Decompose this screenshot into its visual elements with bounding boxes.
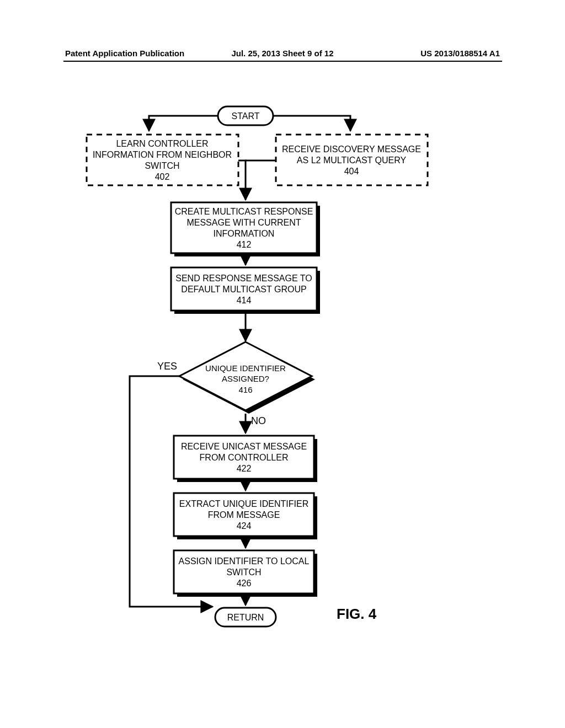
n402-l1: LEARN CONTROLLER xyxy=(116,139,208,148)
n426-l1: ASSIGN IDENTIFIER TO LOCAL xyxy=(179,556,310,566)
n422-l1: RECEIVE UNICAST MESSAGE xyxy=(181,442,307,451)
n412-l3: INFORMATION xyxy=(214,229,275,238)
n404-l2: AS L2 MULTICAST QUERY xyxy=(297,156,407,165)
node-412: CREATE MULTICAST RESPONSE MESSAGE WITH C… xyxy=(171,202,320,256)
node-404: RECEIVE DISCOVERY MESSAGE AS L2 MULTICAS… xyxy=(276,135,428,185)
decision-no-label: NO xyxy=(251,415,266,427)
n426-ref: 426 xyxy=(237,579,252,588)
n424-l2: FROM MESSAGE xyxy=(208,510,280,520)
n412-l2: MESSAGE WITH CURRENT xyxy=(186,218,301,227)
edge-start-402 xyxy=(149,116,218,131)
n414-l1: SEND RESPONSE MESSAGE TO xyxy=(175,274,312,283)
n404-ref: 404 xyxy=(344,167,359,176)
n422-ref: 422 xyxy=(237,464,252,473)
edge-402-412 xyxy=(238,160,246,200)
n414-ref: 414 xyxy=(237,296,252,305)
node-416: UNIQUE IDENTIFIER ASSIGNED? 416 xyxy=(179,342,315,414)
edge-start-404 xyxy=(273,116,350,131)
start-node: START xyxy=(218,106,273,125)
n404-l1: RECEIVE DISCOVERY MESSAGE xyxy=(282,144,421,154)
decision-yes-label: YES xyxy=(157,361,177,372)
n402-l3: SWITCH xyxy=(145,161,179,170)
n416-ref: 416 xyxy=(238,385,252,394)
return-node: RETURN xyxy=(215,608,276,627)
start-label: START xyxy=(232,111,260,121)
flowchart: START LEARN CONTROLLER INFORMATION FROM … xyxy=(0,0,565,728)
n424-l1: EXTRACT UNIQUE IDENTIFIER xyxy=(179,499,308,508)
node-422: RECEIVE UNICAST MESSAGE FROM CONTROLLER … xyxy=(174,436,317,482)
n402-l2: INFORMATION FROM NEIGHBOR xyxy=(93,150,232,159)
node-426: ASSIGN IDENTIFIER TO LOCAL SWITCH 426 xyxy=(174,550,317,597)
node-402: LEARN CONTROLLER INFORMATION FROM NEIGHB… xyxy=(87,135,238,185)
node-424: EXTRACT UNIQUE IDENTIFIER FROM MESSAGE 4… xyxy=(174,493,317,539)
n426-l2: SWITCH xyxy=(226,568,261,577)
n412-l1: CREATE MULTICAST RESPONSE xyxy=(175,207,313,216)
n416-l2: ASSIGNED? xyxy=(222,374,269,383)
return-label: RETURN xyxy=(227,613,264,622)
figure-label: FIG. 4 xyxy=(337,606,376,623)
n422-l2: FROM CONTROLLER xyxy=(200,453,289,462)
node-414: SEND RESPONSE MESSAGE TO DEFAULT MULTICA… xyxy=(171,267,320,314)
n412-ref: 412 xyxy=(237,240,252,249)
n416-l1: UNIQUE IDENTIFIER xyxy=(205,363,286,373)
n424-ref: 424 xyxy=(237,521,252,531)
n414-l2: DEFAULT MULTICAST GROUP xyxy=(181,285,306,294)
n402-ref: 402 xyxy=(155,172,170,181)
